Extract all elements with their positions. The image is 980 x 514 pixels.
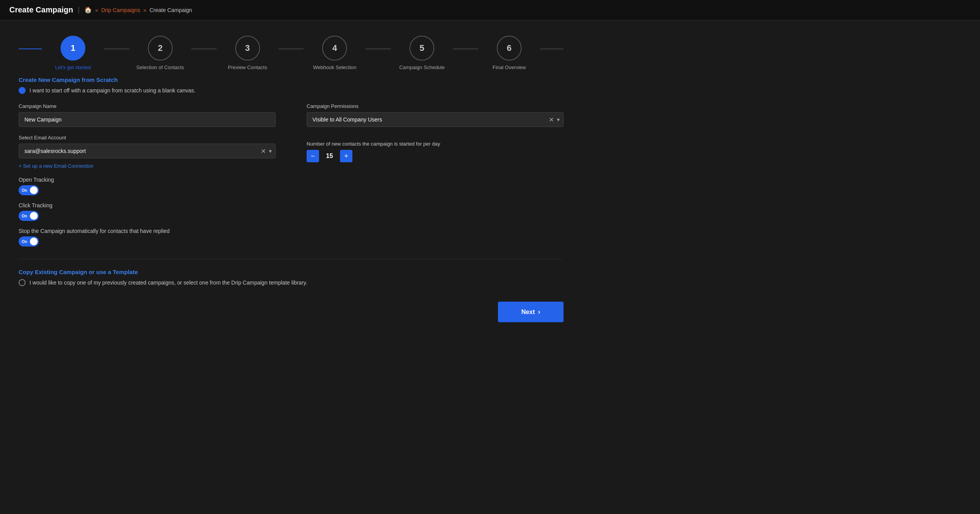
open-tracking-label: Open Tracking — [19, 177, 276, 183]
open-tracking-toggle[interactable]: On — [19, 185, 39, 195]
footer-actions: Next › — [19, 302, 564, 322]
setup-email-link[interactable]: + Set up a new Email Connection — [19, 163, 276, 169]
email-select-wrapper: sara@salesrocks.support ✕ ▾ — [19, 144, 276, 158]
step-6: 6 Final Overview — [478, 36, 540, 70]
clear-email-icon[interactable]: ✕ — [261, 148, 266, 155]
click-tracking-toggle-wrapper: On — [19, 211, 276, 221]
step-label-4: Webhook Selection — [313, 64, 357, 70]
stop-campaign-knob — [30, 238, 38, 245]
next-label: Next — [521, 309, 535, 316]
connector-3-4 — [279, 49, 304, 49]
open-tracking-knob — [30, 186, 38, 194]
step-label-6: Final Overview — [493, 64, 526, 70]
next-button[interactable]: Next › — [498, 302, 564, 322]
step-3: 3 Preview Contacts — [217, 36, 279, 70]
clear-permissions-icon[interactable]: ✕ — [549, 116, 554, 123]
connector-1-2 — [104, 49, 129, 49]
contacts-per-day-value: 15 — [324, 153, 335, 160]
decrement-button[interactable]: − — [307, 150, 319, 162]
radio-copy-unselected[interactable] — [19, 279, 26, 286]
open-tracking-toggle-wrapper: On — [19, 185, 276, 195]
email-account-group: Select Email Account sara@salesrocks.sup… — [19, 135, 276, 169]
section-scratch: Create New Campaign from Scratch I want … — [19, 76, 564, 247]
permissions-group: Campaign Permissions Visible to All Comp… — [307, 103, 564, 127]
permissions-select-wrapper: Visible to All Company Users ✕ ▾ — [307, 112, 564, 127]
step-circle-2: 2 — [148, 36, 173, 61]
stop-campaign-toggle-wrapper: On — [19, 236, 276, 247]
stop-campaign-on-label: On — [22, 240, 27, 244]
stepper: 1 Let's get started 2 Selection of Conta… — [19, 36, 564, 70]
click-tracking-on-label: On — [22, 214, 27, 218]
step-label-3: Preview Contacts — [228, 64, 267, 70]
click-tracking-label: Click Tracking — [19, 202, 276, 208]
step-circle-5: 5 — [409, 36, 434, 61]
step-label-1: Let's get started — [55, 64, 91, 70]
connector-5-6 — [453, 49, 478, 49]
step-label-5: Campaign Schedule — [399, 64, 445, 70]
stop-campaign-row: Stop the Campaign automatically for cont… — [19, 228, 276, 247]
email-account-label: Select Email Account — [19, 135, 276, 141]
campaign-name-group: Campaign Name — [19, 103, 276, 127]
increment-button[interactable]: + — [340, 150, 352, 162]
stepper-pre-line — [19, 49, 42, 49]
header-divider: | — [78, 6, 80, 14]
click-tracking-knob — [30, 212, 38, 220]
home-icon[interactable]: 🏠 — [84, 6, 92, 14]
section2-desc: I would like to copy one of my previousl… — [19, 279, 564, 286]
open-tracking-on-label: On — [22, 188, 27, 193]
campaign-name-label: Campaign Name — [19, 103, 276, 109]
campaign-name-input[interactable] — [19, 112, 276, 127]
stop-campaign-toggle[interactable]: On — [19, 236, 39, 247]
breadcrumb-current: Create Campaign — [149, 7, 192, 13]
open-tracking-row: Open Tracking On — [19, 177, 276, 195]
connector-2-3 — [191, 49, 217, 49]
step-circle-4: 4 — [322, 36, 347, 61]
step-label-2: Selection of Contacts — [136, 64, 184, 70]
section2-title: Copy Existing Campaign or use a Template — [19, 269, 564, 275]
permissions-select[interactable]: Visible to All Company Users — [307, 112, 564, 127]
breadcrumb: 🏠 » Drip Campaigns » Create Campaign — [84, 6, 192, 14]
connector-post — [540, 49, 564, 49]
step-circle-3: 3 — [235, 36, 260, 61]
page-header: Create Campaign | 🏠 » Drip Campaigns » C… — [0, 0, 980, 20]
tracking-section: Open Tracking On Click Tracking — [19, 177, 276, 247]
main-content: 1 Let's get started 2 Selection of Conta… — [0, 20, 582, 338]
stop-campaign-label: Stop the Campaign automatically for cont… — [19, 228, 276, 234]
click-tracking-row: Click Tracking On — [19, 202, 276, 221]
radio-scratch-selected[interactable] — [19, 87, 26, 94]
connector-4-5 — [366, 49, 391, 49]
section1-title: Create New Campaign from Scratch — [19, 76, 564, 83]
step-4: 4 Webhook Selection — [304, 36, 366, 70]
step-1: 1 Let's get started — [42, 36, 104, 70]
form-grid: Campaign Name Select Email Account sara@… — [19, 103, 564, 247]
page-title: Create Campaign — [9, 5, 73, 14]
email-account-select[interactable]: sara@salesrocks.support — [19, 144, 276, 158]
contacts-per-day-group: Number of new contacts the campaign is s… — [307, 141, 564, 162]
step-2: 2 Selection of Contacts — [129, 36, 191, 70]
section1-desc: I want to start off with a campaign from… — [19, 87, 564, 94]
step-circle-1: 1 — [61, 36, 85, 61]
left-column: Campaign Name Select Email Account sara@… — [19, 103, 276, 247]
right-column: Campaign Permissions Visible to All Comp… — [307, 103, 564, 247]
section-copy: Copy Existing Campaign or use a Template… — [19, 259, 564, 286]
breadcrumb-sep2: » — [143, 7, 146, 13]
contacts-per-day-label: Number of new contacts the campaign is s… — [307, 141, 564, 147]
permissions-label: Campaign Permissions — [307, 103, 564, 109]
breadcrumb-sep1: » — [95, 7, 98, 13]
step-circle-6: 6 — [497, 36, 522, 61]
counter-row: − 15 + — [307, 150, 564, 162]
click-tracking-toggle[interactable]: On — [19, 211, 39, 221]
next-arrow-icon: › — [538, 308, 540, 316]
step-5: 5 Campaign Schedule — [391, 36, 453, 70]
breadcrumb-drip[interactable]: Drip Campaigns — [101, 7, 140, 13]
